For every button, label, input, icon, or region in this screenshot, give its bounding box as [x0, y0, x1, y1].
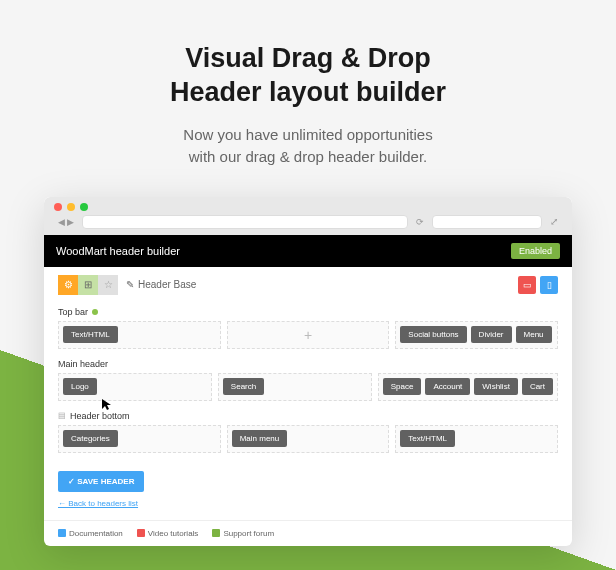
- block-wishlist[interactable]: Wishlist: [474, 378, 518, 395]
- docs-icon: [58, 529, 66, 537]
- app-footer: Documentation Video tutorials Support fo…: [44, 520, 572, 546]
- close-dot[interactable]: [54, 203, 62, 211]
- maximize-dot[interactable]: [80, 203, 88, 211]
- block-menu[interactable]: Menu: [516, 326, 552, 343]
- header-bottom-label: Header bottom: [70, 411, 130, 421]
- gear-tab[interactable]: ⚙: [58, 275, 78, 295]
- main-right-cell[interactable]: Space Account Wishlist Cart: [378, 373, 558, 401]
- enabled-badge[interactable]: Enabled: [511, 243, 560, 259]
- forward-icon[interactable]: ▶: [67, 217, 74, 227]
- star-tab[interactable]: ☆: [98, 275, 118, 295]
- page-title: Visual Drag & Drop Header layout builder: [0, 0, 616, 110]
- builder-content: Top bar Text/HTML + Social buttons Divid…: [44, 303, 572, 520]
- block-cart[interactable]: Cart: [522, 378, 553, 395]
- bottom-center-cell[interactable]: Main menu: [227, 425, 390, 453]
- block-search[interactable]: Search: [223, 378, 264, 395]
- block-space[interactable]: Space: [383, 378, 422, 395]
- main-left-cell[interactable]: Logo: [58, 373, 212, 401]
- block-text-html-2[interactable]: Text/HTML: [400, 430, 455, 447]
- top-bar-left-cell[interactable]: Text/HTML: [58, 321, 221, 349]
- back-link[interactable]: ← Back to headers list: [58, 499, 138, 508]
- save-header-button[interactable]: ✓ SAVE HEADER: [58, 471, 144, 492]
- browser-window: ◀ ▶ ⟳ ⤢ WoodMart header builder Enabled …: [44, 197, 572, 546]
- mobile-view-button[interactable]: ▯: [540, 276, 558, 294]
- forum-icon: [212, 529, 220, 537]
- bottom-left-cell[interactable]: Categories: [58, 425, 221, 453]
- bottom-right-cell[interactable]: Text/HTML: [395, 425, 558, 453]
- back-icon[interactable]: ◀: [58, 217, 65, 227]
- url-bar[interactable]: [82, 215, 408, 229]
- block-divider[interactable]: Divider: [471, 326, 512, 343]
- expand-icon[interactable]: ⤢: [546, 216, 562, 227]
- refresh-icon[interactable]: ⟳: [412, 217, 428, 227]
- video-icon: [137, 529, 145, 537]
- settings-tab[interactable]: ⊞: [78, 275, 98, 295]
- block-social[interactable]: Social buttons: [400, 326, 466, 343]
- main-center-cell[interactable]: Search: [218, 373, 372, 401]
- forum-link[interactable]: Support forum: [212, 529, 274, 538]
- app-header: WoodMart header builder Enabled: [44, 235, 572, 267]
- desktop-view-button[interactable]: ▭: [518, 276, 536, 294]
- block-account[interactable]: Account: [425, 378, 470, 395]
- minimize-dot[interactable]: [67, 203, 75, 211]
- block-main-menu[interactable]: Main menu: [232, 430, 288, 447]
- status-dot-icon: [92, 309, 98, 315]
- search-bar[interactable]: [432, 215, 542, 229]
- block-logo[interactable]: Logo: [63, 378, 97, 395]
- top-bar-label: Top bar: [58, 307, 88, 317]
- header-base-label[interactable]: Header Base: [138, 279, 196, 290]
- pencil-icon: ✎: [126, 279, 134, 290]
- top-bar-center-cell[interactable]: +: [227, 321, 390, 349]
- page-subtitle: Now you have unlimited opportunities wit…: [0, 110, 616, 197]
- videos-link[interactable]: Video tutorials: [137, 529, 199, 538]
- main-header-label: Main header: [58, 359, 558, 369]
- docs-link[interactable]: Documentation: [58, 529, 123, 538]
- app-title: WoodMart header builder: [56, 245, 180, 257]
- stack-icon: ▤: [58, 411, 66, 420]
- toolbar: ⚙ ⊞ ☆ ✎ Header Base ▭ ▯: [44, 267, 572, 303]
- block-categories[interactable]: Categories: [63, 430, 118, 447]
- top-bar-right-cell[interactable]: Social buttons Divider Menu: [395, 321, 558, 349]
- browser-chrome: ◀ ▶ ⟳ ⤢: [44, 197, 572, 235]
- block-text-html[interactable]: Text/HTML: [63, 326, 118, 343]
